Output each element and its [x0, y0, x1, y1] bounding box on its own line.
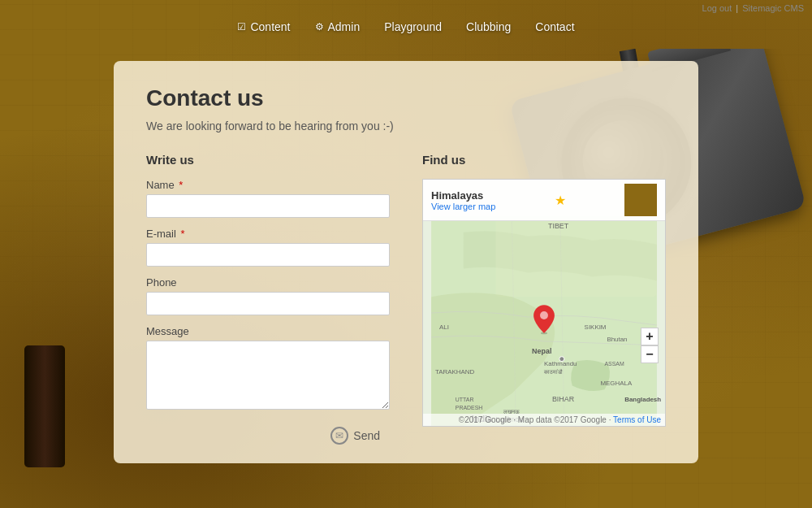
- email-required: *: [180, 228, 184, 240]
- svg-text:Bhutan: Bhutan: [607, 336, 627, 343]
- svg-text:Nepal: Nepal: [532, 347, 551, 355]
- nav-contact-label: Contact: [535, 20, 574, 33]
- form-column: Write us Name * E-mail * Phone: [146, 153, 390, 449]
- svg-text:Bangladesh: Bangladesh: [624, 396, 661, 403]
- svg-point-21: [559, 357, 564, 362]
- send-row: ✉ Send: [146, 422, 390, 449]
- message-textarea[interactable]: [146, 341, 390, 410]
- zoom-controls: + −: [641, 328, 659, 363]
- map-copyright: ©2017 Google · Map data ©2017 Google: [459, 415, 607, 424]
- svg-point-23: [540, 311, 548, 319]
- spool-decoration: [24, 345, 65, 467]
- name-group: Name *: [146, 179, 390, 218]
- svg-text:PRADESH: PRADESH: [456, 405, 483, 410]
- nav-clubbing-label: Clubbing: [466, 20, 511, 33]
- svg-text:SIKKIM: SIKKIM: [585, 323, 607, 331]
- phone-input[interactable]: [146, 292, 390, 315]
- email-label: E-mail *: [146, 228, 390, 240]
- svg-text:TARAKHAND: TARAKHAND: [435, 368, 475, 376]
- map-svg-area: TIBET ALI TARAKHAND UTTAR PRADESH Luckno…: [423, 216, 665, 426]
- map-footer: ©2017 Google · Map data ©2017 Google · T…: [423, 414, 665, 426]
- content-card: Contact us We are looking forward to be …: [114, 61, 698, 463]
- map-svg: TIBET ALI TARAKHAND UTTAR PRADESH Luckno…: [423, 216, 665, 426]
- svg-text:BIHAR: BIHAR: [552, 395, 575, 403]
- map-location-name: Himalayas: [431, 189, 495, 202]
- name-input[interactable]: [146, 194, 390, 218]
- map-thumbnail: [624, 184, 657, 216]
- phone-group: Phone: [146, 276, 390, 315]
- map-star-icon: ★: [555, 193, 566, 208]
- send-button[interactable]: ✉ Send: [321, 422, 390, 449]
- nav-admin[interactable]: ⚙ Admin: [315, 20, 361, 33]
- svg-text:ALI: ALI: [439, 323, 449, 331]
- nav-admin-label: Admin: [328, 20, 361, 33]
- message-label: Message: [146, 325, 390, 337]
- svg-text:ASSAM: ASSAM: [604, 361, 624, 367]
- nav-playground[interactable]: Playground: [384, 20, 442, 33]
- svg-text:MEGHALA: MEGHALA: [600, 380, 632, 387]
- nav-playground-label: Playground: [384, 20, 442, 33]
- form-section-title: Write us: [146, 153, 390, 167]
- content-icon: ☑: [237, 21, 246, 33]
- name-label: Name *: [146, 179, 390, 191]
- map-info: Himalayas View larger map: [431, 189, 495, 211]
- phone-label: Phone: [146, 276, 390, 289]
- name-required: *: [179, 179, 183, 191]
- zoom-in-button[interactable]: +: [641, 328, 659, 345]
- svg-text:काठमांडौ: काठमांडौ: [543, 368, 563, 375]
- zoom-out-button[interactable]: −: [641, 345, 659, 363]
- nav-clubbing[interactable]: Clubbing: [466, 20, 511, 33]
- email-input[interactable]: [146, 243, 390, 267]
- svg-text:TIBET: TIBET: [548, 222, 569, 230]
- main-nav: ☑ Content ⚙ Admin Playground Clubbing Co…: [0, 0, 812, 53]
- email-group: E-mail *: [146, 228, 390, 267]
- svg-text:UTTAR: UTTAR: [456, 397, 474, 402]
- map-column: Find us Himalayas View larger map ★: [422, 153, 666, 449]
- svg-rect-1: [495, 216, 656, 297]
- message-group: Message: [146, 325, 390, 412]
- nav-content-label: Content: [250, 20, 290, 33]
- send-label: Send: [353, 429, 380, 442]
- view-larger-map-link[interactable]: View larger map: [431, 202, 495, 211]
- nav-contact[interactable]: Contact: [535, 20, 574, 33]
- admin-icon: ⚙: [315, 21, 324, 33]
- page-subtitle: We are looking forward to be hearing fro…: [146, 119, 666, 132]
- map-header: Himalayas View larger map ★: [423, 180, 665, 221]
- terms-of-use-link[interactable]: Terms of Use: [613, 415, 661, 424]
- map-section-title: Find us: [422, 153, 666, 167]
- map-container: Himalayas View larger map ★: [422, 179, 666, 427]
- two-column-layout: Write us Name * E-mail * Phone: [146, 153, 666, 449]
- nav-content[interactable]: ☑ Content: [237, 20, 290, 33]
- page-title: Contact us: [146, 85, 666, 111]
- send-icon: ✉: [330, 427, 348, 445]
